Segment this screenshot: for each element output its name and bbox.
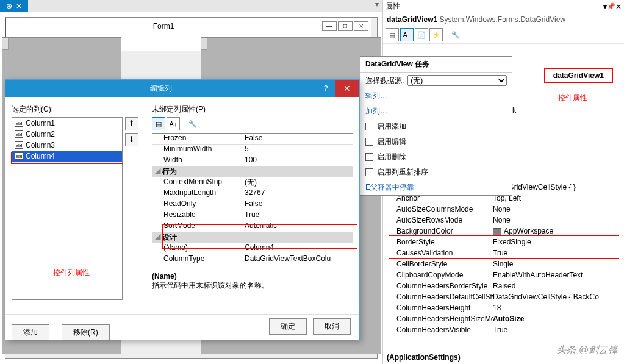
properties-header[interactable]: 属性 ▾ 📌 ✕ — [383, 0, 624, 13]
datasource-select[interactable]: (无) — [407, 75, 507, 86]
alphabetical-icon[interactable]: A↓ — [400, 28, 414, 41]
tab-strip: ⊕ ✕ ▾ — [0, 0, 382, 12]
minimize-icon[interactable]: — — [322, 21, 337, 31]
column-icon: abl — [15, 141, 23, 149]
list-item[interactable]: ablColumn2 — [12, 129, 122, 140]
column-icon: abl — [15, 152, 23, 160]
dock-link[interactable]: E父容器中停靠 — [360, 180, 512, 195]
panel-title: 属性 — [386, 1, 603, 12]
table-row[interactable]: ColumnHeadersDefaultCellStyDataGridViewC… — [383, 291, 624, 302]
object-selector[interactable]: dataGridView1 System.Windows.Forms.DataG… — [383, 13, 624, 26]
tab-overflow-icon[interactable]: ▾ — [371, 0, 382, 12]
table-row[interactable]: MaxInputLength32767 — [152, 188, 353, 199]
cancel-button[interactable]: 取消 — [313, 318, 351, 335]
categorized-icon[interactable]: ▤ — [152, 117, 165, 130]
unbound-props-label: 未绑定列属性(P) — [152, 104, 353, 115]
property-pages-icon[interactable]: 🔧 — [186, 117, 199, 130]
property-toolbar: ▤ A↓ 🔧 — [152, 117, 353, 130]
table-row[interactable]: ResizableTrue — [152, 210, 353, 221]
close-tab-icon[interactable]: ✕ — [16, 2, 22, 10]
close-panel-icon[interactable]: ✕ — [615, 2, 622, 11]
close-icon[interactable]: ⤬ — [354, 21, 368, 31]
property-desc-name: (ApplicationSettings) — [387, 353, 461, 362]
annotation-text: 控件属性 — [558, 93, 587, 103]
smarttag-title: DataGridView 任务 — [360, 57, 512, 73]
categorized-icon[interactable]: ▤ — [386, 28, 399, 41]
enable-edit-label: 启用编辑 — [377, 137, 406, 147]
table-row[interactable]: SortModeAutomatic — [152, 221, 353, 232]
table-row[interactable]: ColumnHeadersVisibleTrue — [383, 324, 624, 335]
remove-button[interactable]: 移除(R) — [62, 324, 110, 341]
table-row[interactable]: AutoSizeRowsModeNone — [383, 215, 624, 226]
checkbox[interactable] — [365, 153, 373, 161]
move-up-button[interactable]: 🠕 — [125, 117, 138, 130]
desc-text: 指示代码中用来标识该对象的名称。 — [152, 280, 353, 291]
form-title: Form1 — [6, 22, 321, 30]
enable-reorder-label: 启用列重新排序 — [377, 167, 428, 177]
annotation-box: dataGridView1 — [544, 68, 613, 83]
column-icon: abl — [15, 120, 23, 127]
enable-add-label: 启用添加 — [377, 121, 406, 132]
category-row[interactable]: ◢设计 — [152, 232, 353, 243]
props-toolbar: ▤ A↓ 📄 ⚡ 🔧 — [383, 26, 624, 44]
collapse-icon[interactable]: ◢ — [152, 166, 162, 177]
table-row[interactable]: Width100 — [152, 155, 353, 166]
designer-tab[interactable]: ⊕ ✕ — [0, 0, 28, 12]
checkbox[interactable] — [365, 138, 373, 146]
table-row[interactable]: CausesValidationTrue — [383, 248, 624, 259]
table-row[interactable]: BorderStyleFixedSingle — [383, 237, 624, 248]
category-row[interactable]: ◢行为 — [152, 166, 353, 177]
move-down-button[interactable]: 🠗 — [125, 133, 138, 146]
table-row[interactable]: MinimumWidth5 — [152, 145, 353, 155]
add-button[interactable]: 添加 — [12, 324, 49, 341]
table-row[interactable]: AutoSizeColumnsModeNone — [383, 204, 624, 215]
table-row[interactable]: BackgroundColorAppWorkspace — [383, 226, 624, 237]
checkbox[interactable] — [365, 123, 373, 130]
ok-button[interactable]: 确定 — [269, 318, 307, 335]
table-row[interactable]: ColumnTypeDataGridViewTextBoxColu — [152, 254, 353, 265]
property-grid[interactable]: FrozenFalse MinimumWidth5 Width100 ◢行为 C… — [152, 133, 353, 269]
table-row[interactable]: ColumnHeadersHeight18 — [383, 302, 624, 313]
table-row[interactable]: ClipboardCopyModeEnableWithAutoHeaderTex… — [383, 269, 624, 280]
table-row[interactable]: ColumnHeadersHeightSizeMoAutoSize — [383, 313, 624, 324]
property-pages-icon: 🔧 — [449, 28, 462, 41]
list-item[interactable]: ablColumn3 — [12, 140, 122, 151]
table-row[interactable]: ReadOnlyFalse — [152, 199, 353, 210]
smarttag-panel: DataGridView 任务 选择数据源: (无) 辑列… 加列… 启用添加 … — [360, 56, 512, 196]
collapse-icon[interactable]: ◢ — [152, 232, 162, 243]
dialog-titlebar[interactable]: 编辑列 ? ✕ — [5, 80, 359, 97]
edit-columns-link[interactable]: 辑列… — [360, 88, 512, 104]
edit-columns-dialog: 编辑列 ? ✕ 选定的列(C): ablColumn1 ablColumn2 a… — [5, 79, 360, 340]
annotation-text: 控件列属性 — [53, 268, 90, 278]
desc-name: (Name) — [152, 272, 353, 280]
annotation-object: dataGridView1 — [553, 71, 604, 80]
table-row[interactable]: FrozenFalse — [152, 134, 353, 145]
table-row[interactable]: CellBorderStyleSingle — [383, 259, 624, 269]
dialog-title: 编辑列 — [5, 84, 317, 94]
list-item-selected[interactable]: ablColumn4 — [12, 151, 122, 162]
maximize-icon[interactable]: □ — [338, 21, 353, 31]
table-row[interactable]: ContextMenuStrip(无) — [152, 177, 353, 188]
alphabetical-icon[interactable]: A↓ — [167, 117, 180, 130]
properties-icon[interactable]: 📄 — [415, 28, 428, 41]
table-row[interactable]: (Name)Column4 — [152, 243, 353, 254]
checkbox[interactable] — [365, 168, 373, 176]
form-titlebar: Form1 — □ ⤬ — [6, 18, 371, 34]
pin-icon[interactable]: 📌 — [607, 2, 615, 10]
property-description: (Name) 指示代码中用来标识该对象的名称。 — [152, 272, 353, 291]
pin-icon: ⊕ — [6, 2, 12, 10]
add-columns-link[interactable]: 加列… — [360, 104, 512, 119]
color-swatch-icon — [493, 228, 501, 235]
enable-delete-label: 启用删除 — [377, 152, 406, 162]
list-item[interactable]: ablColumn1 — [12, 118, 122, 129]
events-icon[interactable]: ⚡ — [429, 28, 443, 41]
selected-columns-label: 选定的列(C): — [12, 104, 145, 115]
table-row[interactable]: ColumnHeadersBorderStyleRaised — [383, 280, 624, 291]
dialog-close-button[interactable]: ✕ — [335, 80, 359, 97]
column-icon: abl — [15, 130, 23, 138]
datasource-label: 选择数据源: — [365, 76, 404, 86]
help-icon[interactable]: ? — [317, 84, 335, 93]
